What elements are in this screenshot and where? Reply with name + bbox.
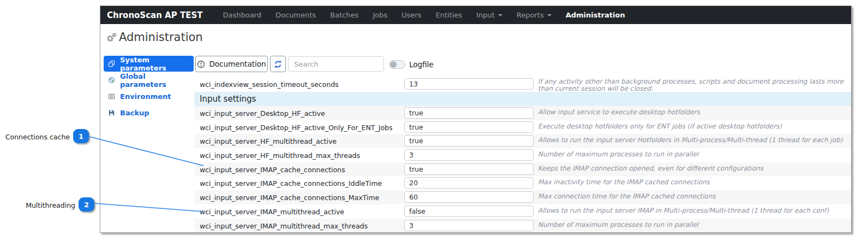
table-row: wci_indexview_session_timeout_seconds If… bbox=[194, 77, 852, 92]
param-value-input[interactable] bbox=[404, 135, 534, 147]
sidebar-item-environment[interactable]: Environment bbox=[104, 89, 194, 104]
callout-label-multithreading: Multithreading bbox=[0, 201, 75, 209]
page-header: Administration bbox=[106, 31, 203, 44]
param-name: wci_input_server_IMAP_cache_connections_… bbox=[200, 194, 379, 202]
app-window: ChronoScan AP TEST Dashboard Documents B… bbox=[100, 5, 852, 233]
table-row: wci_input_server_Desktop_HF_active_Only_… bbox=[194, 120, 852, 134]
table-row-imap-multithread-active: wci_input_server_IMAP_multithread_active… bbox=[194, 204, 852, 219]
toggle-knob bbox=[390, 61, 397, 68]
table-row: wci_input_server_HF_multithread_active A… bbox=[194, 134, 852, 148]
table-row: wci_input_server_IMAP_cache_connections_… bbox=[194, 190, 852, 204]
section-header-input-settings: Input settings bbox=[194, 92, 852, 106]
param-name: wci_input_server_Desktop_HF_active_Only_… bbox=[200, 124, 393, 132]
table-row: wci_input_server_Desktop_HF_active Allow… bbox=[194, 106, 852, 120]
param-name: wci_indexview_session_timeout_seconds bbox=[200, 80, 339, 89]
param-value-input[interactable] bbox=[404, 163, 534, 175]
param-description: Number of maximum processes to run in pa… bbox=[538, 221, 849, 229]
nav-item-administration[interactable]: Administration bbox=[559, 11, 632, 19]
param-name: wci_input_server_HF_multithread_active bbox=[200, 137, 337, 145]
nav-item-users[interactable]: Users bbox=[394, 11, 428, 19]
caret-down-icon bbox=[498, 14, 502, 16]
nav-item-reports[interactable]: Reports bbox=[510, 11, 559, 19]
documentation-button[interactable]: Documentation bbox=[195, 56, 268, 72]
brand-logo[interactable]: ChronoScan AP TEST bbox=[107, 10, 202, 20]
table-row-imap-cache-connections: wci_input_server_IMAP_cache_connections … bbox=[194, 162, 852, 177]
param-description: Execute desktop hotfolders only for ENT … bbox=[538, 123, 849, 130]
nav-item-documents[interactable]: Documents bbox=[268, 11, 323, 19]
param-name: wci_input_server_IMAP_multithread_max_th… bbox=[200, 222, 368, 230]
param-value-input[interactable] bbox=[404, 220, 534, 231]
environment-icon bbox=[108, 93, 115, 100]
pages-icon bbox=[108, 60, 115, 67]
refresh-icon bbox=[274, 60, 282, 68]
param-name: wci_input_server_HF_multithread_max_thre… bbox=[200, 151, 360, 160]
param-description: Allows to run the input server Hotfolder… bbox=[538, 137, 849, 144]
logfile-toggle[interactable] bbox=[389, 60, 405, 69]
parameters-table: wci_indexview_session_timeout_seconds If… bbox=[194, 77, 852, 232]
logfile-label: Logfile bbox=[409, 60, 434, 69]
annotated-screenshot: Connections cache 1 Multithreading 2 Chr… bbox=[0, 0, 868, 240]
sidebar-item-system-parameters[interactable]: System parameters bbox=[104, 56, 194, 72]
gears-icon bbox=[106, 32, 117, 43]
param-description: Max connection time for the IMAP cached … bbox=[538, 193, 849, 200]
refresh-button[interactable] bbox=[270, 56, 286, 72]
globe-icon bbox=[108, 77, 115, 84]
callout-label-connections-cache: Connections cache bbox=[0, 133, 70, 141]
top-navbar: ChronoScan AP TEST Dashboard Documents B… bbox=[100, 6, 851, 24]
table-row: wci_input_server_HF_multithread_max_thre… bbox=[194, 148, 852, 162]
sidebar-item-global-parameters[interactable]: Global parameters bbox=[104, 72, 194, 88]
param-value-input[interactable] bbox=[404, 78, 534, 90]
param-description: Allows to run the input server IMAP in M… bbox=[538, 207, 849, 214]
param-name: wci_input_server_IMAP_cache_connections bbox=[200, 166, 345, 174]
param-description: If any activity other than background pr… bbox=[538, 78, 849, 92]
param-description: Max inactivity time for the IMAP cached … bbox=[538, 179, 849, 186]
save-icon bbox=[108, 109, 115, 116]
param-description: Number of maximum processes to run in pa… bbox=[538, 151, 849, 158]
nav-item-batches[interactable]: Batches bbox=[323, 11, 366, 19]
param-value-input[interactable] bbox=[404, 191, 534, 203]
param-value-input[interactable] bbox=[404, 149, 534, 161]
param-value-input[interactable] bbox=[404, 177, 534, 189]
search-input[interactable] bbox=[288, 56, 384, 72]
table-row: wci_input_server_IMAP_multithread_max_th… bbox=[194, 219, 852, 233]
param-name: wci_input_server_Desktop_HF_active bbox=[200, 109, 325, 118]
param-value-input[interactable] bbox=[404, 206, 534, 217]
callout-badge-2: 2 bbox=[79, 197, 94, 212]
param-value-input[interactable] bbox=[404, 107, 534, 119]
nav-item-entities[interactable]: Entities bbox=[428, 11, 469, 19]
param-name: wci_input_server_IMAP_multithread_active bbox=[200, 208, 344, 216]
exclamation-circle-icon bbox=[197, 60, 205, 68]
param-name: wci_input_server_IMAP_cache_connections_… bbox=[200, 179, 382, 188]
caret-down-icon bbox=[547, 14, 552, 16]
callout-badge-1: 1 bbox=[73, 129, 89, 143]
nav-item-jobs[interactable]: Jobs bbox=[366, 11, 394, 19]
param-description: Keeps the IMAP connection opened, even f… bbox=[538, 165, 849, 172]
sidebar: System parameters Global parameters Envi… bbox=[104, 56, 194, 121]
sidebar-item-backup[interactable]: Backup bbox=[104, 105, 194, 121]
nav-item-dashboard[interactable]: Dashboard bbox=[215, 11, 268, 19]
page-title: Administration bbox=[119, 31, 203, 44]
param-description: Allow input service to execute desktop h… bbox=[538, 109, 849, 116]
nav-item-input[interactable]: Input bbox=[469, 11, 510, 19]
param-value-input[interactable] bbox=[404, 121, 534, 133]
table-row: wci_input_server_IMAP_cache_connections_… bbox=[194, 176, 852, 190]
